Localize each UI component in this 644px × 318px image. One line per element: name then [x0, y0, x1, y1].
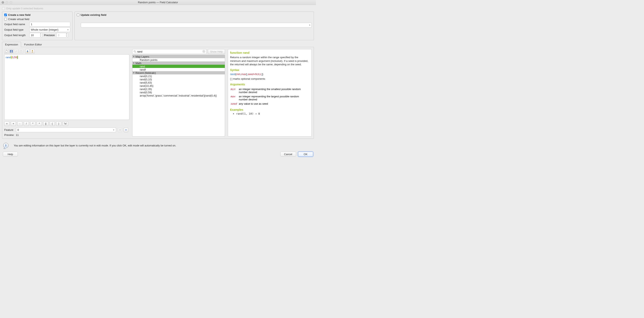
op-plus[interactable]: +	[11, 121, 16, 126]
help-description: Returns a random integer within the rang…	[230, 56, 310, 66]
info-text: You are editing information on this laye…	[14, 144, 176, 147]
tabs: Expression Function Editor	[2, 42, 314, 47]
feature-select[interactable]: 0 ▼	[16, 127, 116, 132]
search-input-wrapper[interactable]: ⓧ	[132, 49, 206, 54]
chevron-down-icon: ▼	[309, 24, 311, 26]
output-name-label: Output field name	[4, 23, 28, 26]
help-syntax: rand(min,max[,seed=NULL])	[230, 72, 310, 76]
svg-rect-5	[27, 52, 28, 53]
ok-button[interactable]: OK	[298, 152, 313, 156]
op-pow[interactable]: ^	[37, 121, 42, 126]
edit-icon	[14, 49, 18, 54]
svg-line-8	[135, 52, 136, 53]
update-existing-label: Update existing field	[80, 13, 106, 17]
chevron-down-icon: ▼	[113, 129, 114, 131]
svg-rect-3	[11, 50, 12, 51]
tree-group-recent[interactable]: ▼Recent (fieldcalc)	[132, 71, 225, 74]
tree-item[interactable]: rand(0,10)	[132, 78, 225, 81]
clear-icon[interactable]: ⓧ	[202, 50, 205, 53]
tree-item-randf[interactable]: randf	[132, 68, 225, 71]
minimize-icon[interactable]	[6, 1, 8, 4]
tree-item[interactable]: rand(0,59)	[132, 91, 225, 94]
search-input[interactable]	[137, 50, 202, 53]
show-help-button: Show Help	[208, 49, 225, 54]
spin-down-icon[interactable]: ▼	[39, 35, 42, 38]
maximize-icon[interactable]	[10, 1, 12, 4]
only-update-selected-row: Only update 0 selected features	[2, 7, 314, 10]
output-name-input[interactable]	[29, 22, 70, 27]
help-args-title: Arguments	[230, 83, 310, 86]
operator-row: = + - / * ^ || ( ) '\n'	[4, 121, 130, 126]
function-tree[interactable]: ▼Map Layers Random points ▼Math rand ran…	[132, 55, 225, 136]
new-field-panel: Create a new field Create virtual field …	[2, 12, 72, 40]
help-button[interactable]: Help	[3, 152, 18, 156]
spin-down-icon: ▼	[65, 35, 68, 38]
help-title: function rand	[230, 51, 310, 54]
delete-icon	[19, 49, 23, 54]
help-args-table: minan integer representing the smallest …	[230, 87, 310, 106]
op-minus[interactable]: -	[17, 121, 22, 126]
preview-label: Preview:	[4, 133, 14, 136]
spin-up-icon: ▲	[65, 33, 68, 35]
window-title: Random points — Field Calculator	[12, 1, 304, 4]
tree-item-rand[interactable]: rand	[132, 65, 225, 68]
chevron-down-icon: ▼	[67, 29, 69, 31]
export-icon[interactable]	[30, 49, 35, 54]
expression-editor[interactable]: rand(0,59)	[4, 54, 130, 120]
help-examples-title: Examples	[230, 108, 310, 111]
update-existing-checkbox[interactable]	[77, 14, 80, 16]
tree-item[interactable]: rand(5,63)	[132, 81, 225, 84]
tab-function-editor[interactable]: Function Editor	[21, 42, 45, 47]
op-concat[interactable]: ||	[43, 121, 48, 126]
update-field-panel: Update existing field ▼	[74, 12, 314, 40]
create-new-field-checkbox[interactable]	[4, 14, 7, 16]
title-bar: Random points — Field Calculator	[0, 0, 316, 5]
tab-expression[interactable]: Expression	[2, 42, 21, 47]
create-virtual-field-checkbox[interactable]	[4, 18, 7, 21]
search-icon	[134, 50, 136, 53]
expression-toolbar	[4, 49, 130, 54]
chevron-down-icon: ▼	[133, 56, 135, 58]
help-example: rand(1, 10) → 8	[236, 112, 310, 115]
op-lparen[interactable]: (	[50, 121, 55, 126]
op-eq[interactable]: =	[4, 121, 10, 126]
window-controls	[2, 1, 12, 4]
feature-label: Feature	[4, 128, 14, 131]
op-rparen[interactable]: )	[56, 121, 61, 126]
tree-item[interactable]: rand(2,35)	[132, 87, 225, 91]
info-icon: i	[3, 143, 8, 148]
feature-next-button[interactable]	[124, 128, 128, 132]
svg-rect-4	[20, 51, 22, 52]
spin-up-icon[interactable]: ▲	[39, 33, 42, 35]
import-icon[interactable]	[25, 49, 30, 54]
cancel-button[interactable]: Cancel	[280, 152, 296, 156]
save-icon[interactable]	[9, 49, 14, 54]
tree-group-math[interactable]: ▼Math	[132, 61, 225, 65]
close-icon[interactable]	[2, 1, 4, 4]
tree-item[interactable]: rand(0,21)	[132, 74, 225, 78]
chevron-down-icon: ▼	[133, 62, 135, 64]
existing-field-select[interactable]: ▼	[81, 23, 312, 28]
only-update-selected-label: Only update 0 selected features	[6, 7, 43, 10]
tree-item[interactable]: array('forest','grass','commercial','ind…	[132, 94, 225, 97]
chevron-down-icon: ▼	[133, 72, 135, 74]
output-length-label: Output field length	[4, 34, 28, 37]
output-type-label: Output field type	[4, 28, 28, 31]
tree-item[interactable]: rand(10,45)	[132, 84, 225, 87]
op-newline[interactable]: '\n'	[62, 121, 68, 126]
op-mul[interactable]: *	[30, 121, 36, 126]
output-type-select[interactable]: Whole number (integer) ▼	[29, 27, 70, 32]
tree-item[interactable]: Random points	[132, 58, 225, 61]
op-div[interactable]: /	[24, 121, 29, 126]
output-type-value: Whole number (integer)	[31, 28, 58, 31]
feature-value: 0	[18, 128, 19, 131]
tree-group-map-layers[interactable]: ▼Map Layers	[132, 55, 225, 58]
preview-value: 11	[16, 133, 19, 136]
svg-rect-2	[11, 52, 12, 52]
only-update-selected-checkbox	[2, 7, 5, 10]
create-new-field-label: Create a new field	[8, 13, 30, 17]
new-file-icon[interactable]	[4, 49, 9, 54]
svg-point-7	[134, 51, 135, 52]
help-panel: function rand Returns a random integer w…	[228, 49, 312, 136]
feature-prev-button	[118, 128, 122, 132]
